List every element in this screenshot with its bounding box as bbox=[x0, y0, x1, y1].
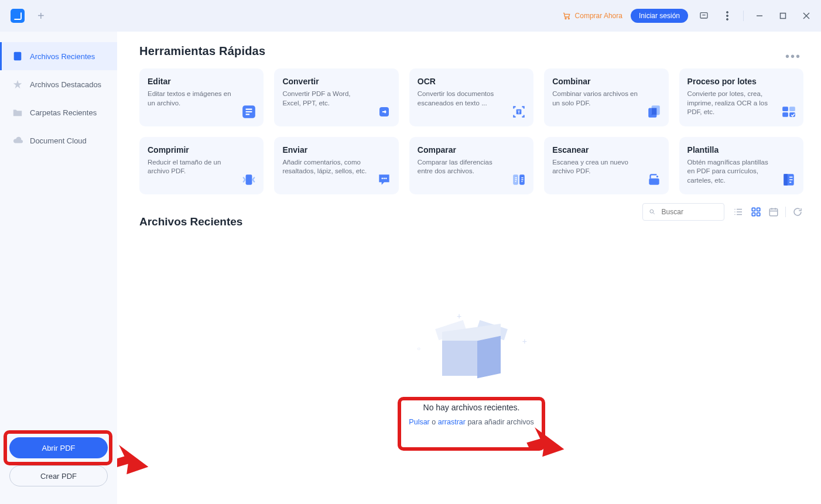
svg-rect-32 bbox=[784, 174, 788, 186]
svg-rect-10 bbox=[14, 52, 22, 60]
comment-icon bbox=[377, 172, 392, 187]
tool-card-batch[interactable]: Proceso por lotes Convierte por lotes, c… bbox=[679, 68, 803, 126]
main-content: Herramientas Rápidas ••• Editar Editar t… bbox=[117, 32, 821, 504]
click-to-add-link[interactable]: Pulsar bbox=[409, 418, 429, 426]
app-logo-icon bbox=[11, 9, 25, 23]
open-pdf-button[interactable]: Abrir PDF bbox=[9, 437, 108, 458]
svg-point-30 bbox=[656, 176, 658, 177]
grid-view-button[interactable] bbox=[750, 206, 762, 218]
svg-line-34 bbox=[653, 213, 654, 214]
drag-to-add-link[interactable]: arrastrar bbox=[438, 418, 466, 426]
empty-headline: No hay archivos recientes. bbox=[423, 403, 520, 412]
svg-point-39 bbox=[734, 211, 736, 212]
tool-desc: Escanea y crea un nuevo archivo PDF. bbox=[552, 158, 640, 176]
svg-rect-20 bbox=[789, 107, 795, 111]
buy-now-label: Comprar Ahora bbox=[575, 12, 622, 20]
ocr-icon: T bbox=[511, 104, 526, 119]
compress-icon bbox=[241, 172, 256, 187]
tool-card-combine[interactable]: Combinar Combinar varios archivos en un … bbox=[544, 68, 668, 126]
tool-desc: Convierte por lotes, crea, imprime, real… bbox=[687, 90, 775, 117]
scan-icon bbox=[646, 172, 662, 187]
sidebar-item-label: Document Cloud bbox=[30, 136, 87, 145]
recent-files-icon bbox=[12, 51, 23, 61]
window-minimize-button[interactable] bbox=[752, 8, 767, 23]
cart-icon bbox=[562, 11, 572, 20]
folder-icon bbox=[12, 107, 23, 118]
svg-text:T: T bbox=[518, 109, 521, 115]
tool-desc: Obtén magníficas plantillas en PDF para … bbox=[687, 158, 775, 186]
sidebar-item-recent-files[interactable]: Archivos Recientes bbox=[0, 42, 117, 70]
sidebar-item-document-cloud[interactable]: Document Cloud bbox=[0, 126, 117, 155]
empty-state: +○+ No hay archivos recientes. Pulsar o … bbox=[139, 316, 803, 426]
search-input[interactable] bbox=[661, 207, 718, 217]
svg-rect-23 bbox=[246, 174, 252, 184]
sidebar-item-label: Archivos Recientes bbox=[30, 52, 95, 61]
svg-point-0 bbox=[565, 18, 566, 19]
message-icon[interactable] bbox=[696, 8, 711, 23]
create-pdf-button[interactable]: Crear PDF bbox=[9, 465, 108, 486]
svg-point-38 bbox=[734, 209, 736, 210]
login-button[interactable]: Iniciar sesión bbox=[631, 9, 688, 23]
tool-card-ocr[interactable]: OCR Convertir los documentos escaneados … bbox=[409, 68, 533, 126]
tool-title: Comparar bbox=[418, 145, 525, 155]
tool-desc: Editar textos e imágenes en un archivo. bbox=[148, 90, 235, 108]
svg-rect-43 bbox=[752, 213, 755, 216]
tool-card-compare[interactable]: Comparar Comparar las diferencias entre … bbox=[409, 137, 533, 195]
svg-rect-44 bbox=[757, 213, 760, 216]
sidebar-item-label: Carpetas Recientes bbox=[30, 108, 97, 117]
sidebar-item-starred-files[interactable]: Archivos Destacados bbox=[0, 70, 117, 98]
calendar-view-button[interactable] bbox=[768, 206, 779, 218]
svg-rect-21 bbox=[782, 112, 788, 117]
tool-card-edit[interactable]: Editar Editar textos e imágenes en un ar… bbox=[139, 68, 264, 126]
sidebar-item-recent-folders[interactable]: Carpetas Recientes bbox=[0, 98, 117, 126]
svg-point-5 bbox=[727, 19, 728, 20]
list-view-button[interactable] bbox=[733, 206, 744, 218]
svg-marker-49 bbox=[117, 444, 151, 478]
svg-point-24 bbox=[381, 178, 383, 180]
svg-rect-42 bbox=[757, 208, 760, 211]
window-maximize-button[interactable] bbox=[775, 8, 791, 23]
tool-card-send[interactable]: Enviar Añadir comentarios, como resaltad… bbox=[274, 137, 398, 195]
tool-desc: Convertir PDF a Word, Excel, PPT, etc. bbox=[282, 90, 370, 108]
svg-point-25 bbox=[383, 178, 385, 180]
search-box[interactable] bbox=[642, 203, 724, 221]
more-tools-button[interactable]: ••• bbox=[783, 50, 803, 63]
svg-rect-18 bbox=[651, 108, 656, 115]
tool-title: Convertir bbox=[282, 77, 390, 86]
svg-point-33 bbox=[650, 210, 654, 213]
tool-title: Comprimir bbox=[148, 145, 255, 155]
tool-title: OCR bbox=[418, 77, 525, 86]
tool-card-template[interactable]: Plantilla Obtén magníficas plantillas en… bbox=[679, 137, 803, 195]
tool-desc: Reducir el tamaño de un archivo PDF. bbox=[148, 158, 235, 176]
cloud-icon bbox=[12, 135, 23, 146]
star-icon bbox=[12, 79, 23, 90]
tool-title: Plantilla bbox=[687, 145, 795, 155]
edit-icon bbox=[241, 104, 256, 119]
tool-card-compress[interactable]: Comprimir Reducir el tamaño de un archiv… bbox=[139, 137, 264, 195]
tool-card-convert[interactable]: Convertir Convertir PDF a Word, Excel, P… bbox=[274, 68, 398, 126]
batch-icon bbox=[781, 104, 796, 119]
tool-desc: Añadir comentarios, como resaltados, láp… bbox=[282, 158, 370, 176]
window-close-button[interactable] bbox=[799, 8, 814, 23]
buy-now-button[interactable]: Comprar Ahora bbox=[562, 11, 622, 20]
tool-desc: Comparar las diferencias entre dos archi… bbox=[418, 158, 505, 176]
tool-title: Editar bbox=[148, 77, 255, 86]
svg-point-26 bbox=[385, 178, 387, 180]
tool-desc: Combinar varios archivos en un solo PDF. bbox=[552, 90, 640, 108]
empty-subtext: Pulsar o arrastrar para añadir archivos bbox=[409, 418, 533, 426]
annotation-arrow-icon bbox=[527, 424, 574, 461]
svg-rect-41 bbox=[752, 208, 755, 211]
svg-point-1 bbox=[568, 18, 569, 19]
svg-rect-29 bbox=[649, 179, 659, 185]
svg-point-3 bbox=[727, 12, 728, 13]
kebab-menu-icon[interactable] bbox=[720, 8, 735, 23]
tool-title: Combinar bbox=[552, 77, 660, 86]
tool-card-scan[interactable]: Escanear Escanea y crea un nuevo archivo… bbox=[544, 137, 668, 195]
new-tab-button[interactable]: + bbox=[37, 9, 45, 23]
svg-rect-45 bbox=[769, 209, 778, 216]
quick-tools-heading: Herramientas Rápidas bbox=[139, 44, 265, 58]
refresh-button[interactable] bbox=[792, 206, 803, 218]
combine-icon bbox=[646, 104, 662, 119]
svg-point-4 bbox=[727, 15, 728, 17]
empty-box-illustration: +○+ bbox=[427, 316, 515, 380]
